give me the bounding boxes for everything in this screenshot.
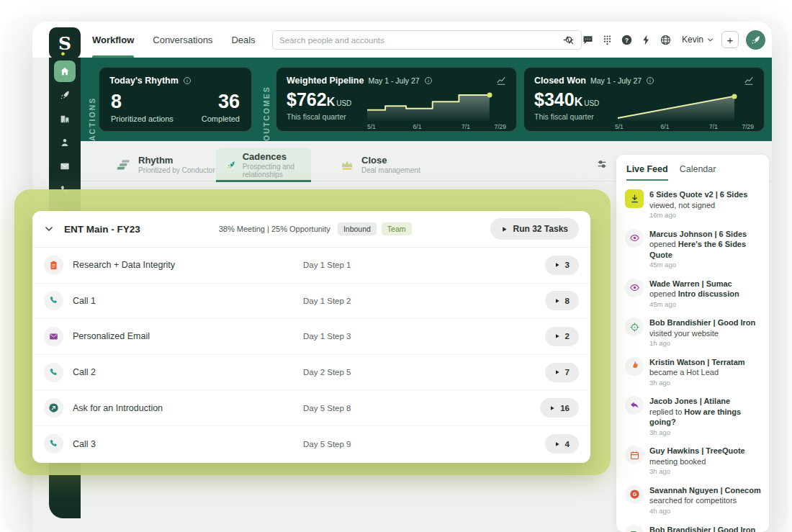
filter-settings-icon[interactable] (596, 158, 608, 170)
feed-tab-live-feed[interactable]: Live Feed (626, 164, 668, 181)
feed-tab-calendar[interactable]: Calendar (680, 164, 716, 181)
tab-label: Cadences (243, 151, 301, 162)
search-g-icon: G (629, 489, 640, 500)
feed-item-name: Wade Warren | Sumac (649, 279, 739, 289)
feed-item-name: Bob Brandishier | Good Iron (649, 317, 755, 328)
sidebar-item-home[interactable] (54, 60, 76, 82)
help-icon[interactable]: ? (621, 34, 633, 46)
feed-item[interactable]: Guy Hawkins | TreeQuotemeeting booked3h … (624, 441, 763, 481)
line-chart-icon[interactable] (496, 76, 506, 86)
feed-item[interactable]: GSavannah Nguyen | Conecomsearched for c… (624, 481, 763, 520)
closed-won-value-block: $340KUSD This fiscal quarter (534, 91, 615, 121)
sidebar-item-person[interactable] (54, 132, 76, 153)
app-logo[interactable]: S. (49, 27, 81, 59)
pipeline-value: $762 (287, 89, 327, 109)
play-icon (554, 441, 560, 447)
eye-icon (629, 282, 640, 293)
search-input[interactable] (279, 36, 559, 45)
user-name: Kevin (682, 35, 703, 45)
run-step-button[interactable]: 2 (545, 327, 579, 346)
feed-item-name: 6 Sides Quote v2 | 6 Sides (649, 189, 747, 200)
activity-icon[interactable] (562, 34, 575, 46)
nav-tab-workflow[interactable]: Workflow (92, 22, 134, 58)
todays-rhythm-card[interactable]: Today's Rhythm 8 Prioritized actions 36 … (99, 67, 252, 132)
bolt-icon[interactable] (640, 34, 652, 46)
cadence-stats: 38% Meeting | 25% Opportunity (219, 225, 330, 233)
user-menu[interactable]: Kevin (682, 35, 714, 45)
search-g-icon: G (625, 485, 644, 504)
info-icon[interactable] (183, 76, 192, 85)
dialpad-icon[interactable] (601, 34, 613, 46)
video-icon (629, 528, 640, 532)
feed-item[interactable]: Marcus Johnson | 6 Sidesopened Here's th… (624, 225, 763, 274)
mail-icon (59, 161, 71, 172)
top-navigation-bar: WorkflowConversationsDealsCoaching ?Kevi… (32, 22, 772, 58)
feed-item-desc: opened Here's the 6 Sides Quote (649, 239, 762, 260)
pipeline-caption: This fiscal quarter (287, 112, 367, 121)
closed-won-date-range: May 1 - July 27 (590, 76, 642, 85)
eye-icon (625, 229, 644, 248)
globe-icon[interactable] (660, 34, 672, 46)
run-step-button[interactable]: 3 (545, 256, 579, 275)
feed-item-name: Savannah Nguyen | Conecom (649, 485, 761, 496)
phone-icon (48, 438, 59, 449)
run-tasks-button[interactable]: Run 32 Tasks (490, 218, 579, 240)
cadence-step-row[interactable]: Call 3Day 5 Step 94 (32, 426, 590, 462)
feed-item[interactable]: 6 Sides Quote v2 | 6 Sidesviewed, not si… (624, 185, 763, 225)
cadence-step-row[interactable]: Research + Data IntegrityDay 1 Step 13 (32, 248, 590, 284)
clipboard-icon (44, 256, 63, 275)
run-step-button[interactable]: 16 (540, 398, 579, 418)
nav-tab-deals[interactable]: Deals (231, 22, 255, 58)
sidebar-item-building[interactable] (54, 108, 76, 130)
workflow-tab-cadences[interactable]: CadencesProspecting and relationships (216, 148, 311, 181)
cadence-steps-list: Research + Data IntegrityDay 1 Step 13Ca… (32, 248, 590, 462)
logo-dot: . (60, 38, 65, 43)
sidebar-item-mail[interactable] (54, 155, 76, 177)
nav-tab-conversations[interactable]: Conversations (153, 22, 212, 58)
feed-item[interactable]: Kristin Watson | Terratambecame a Hot Le… (624, 353, 763, 392)
info-icon[interactable] (424, 76, 433, 85)
feed-item[interactable]: Wade Warren | Sumacopened Intro discussi… (624, 274, 763, 314)
feed-item-text: Marcus Johnson | 6 Sidesopened Here's th… (649, 229, 762, 270)
line-chart-icon[interactable] (744, 76, 754, 86)
closed-won-card[interactable]: Closed Won May 1 - July 27 $340KUSD This… (523, 67, 765, 132)
reply-icon (629, 400, 640, 411)
completed-stat: 36 Completed (202, 91, 240, 123)
cadence-step-row[interactable]: Personalized EmailDay 1 Step 32 (32, 319, 590, 355)
feed-item[interactable]: Bob Brandishier | Good Ironvisited your … (624, 313, 763, 353)
chevron-down-icon[interactable] (44, 224, 54, 234)
feed-tabs: Live FeedCalendar (616, 155, 769, 181)
global-search[interactable] (272, 30, 582, 50)
info-icon[interactable] (646, 76, 654, 85)
feed-item[interactable]: Jacob Jones | Atilanereplied to How are … (624, 392, 763, 441)
avatar[interactable] (746, 30, 765, 50)
cadence-step-row[interactable]: Ask for an IntroductionDay 5 Step 816 (32, 390, 590, 426)
run-tasks-label: Run 32 Tasks (513, 224, 568, 234)
run-step-button[interactable]: 4 (545, 434, 579, 454)
feed-item[interactable]: Bob Brandishier | Good Iron50% Product W… (624, 520, 763, 532)
workflow-tab-close[interactable]: CloseDeal management (329, 148, 431, 181)
weighted-pipeline-card[interactable]: Weighted Pipeline May 1 - July 27 $762KU… (276, 67, 517, 132)
target-icon (625, 317, 644, 336)
chat-icon[interactable] (582, 34, 594, 46)
feed-item-name: Kristin Watson | Terratam (649, 357, 745, 368)
pipeline-x-ticks: 5/16/17/17/29 (367, 123, 506, 132)
pipeline-card-title: Weighted Pipeline (287, 76, 364, 86)
cadence-step-row[interactable]: Call 2Day 2 Step 57 (32, 355, 590, 391)
svg-text:G: G (632, 492, 636, 498)
workflow-tab-rhythm[interactable]: RhythmPrioritized by Conductor AI (106, 148, 233, 181)
feed-item-desc: opened Intro discussion (649, 289, 739, 299)
topbar-actions: ?Kevin+ (562, 22, 768, 58)
cadence-step-row[interactable]: Call 1Day 1 Step 28 (32, 284, 590, 320)
feed-item-desc: searched for competitors (649, 495, 761, 506)
add-button[interactable]: + (721, 31, 739, 48)
step-task-count: 7 (565, 368, 570, 377)
run-step-button[interactable]: 7 (545, 363, 579, 382)
reply-icon (625, 396, 644, 415)
run-step-button[interactable]: 8 (545, 291, 579, 310)
step-task-count: 8 (565, 297, 570, 305)
mail-icon (48, 331, 59, 342)
sidebar-item-rocket[interactable] (54, 84, 76, 106)
feed-item-desc: became a Hot Lead (649, 367, 745, 378)
play-icon (554, 369, 560, 375)
